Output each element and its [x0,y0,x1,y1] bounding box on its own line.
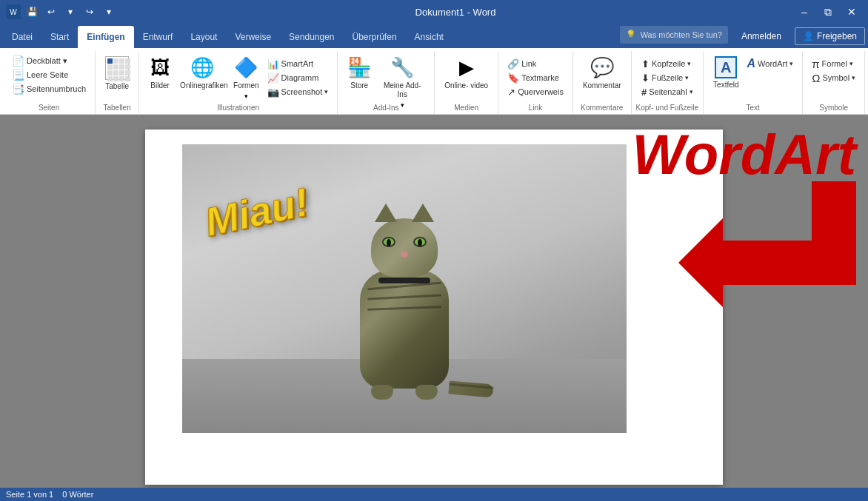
formel-dropdown: ▾ [849,60,853,67]
red-arrow [678,174,868,322]
link-group-label: Link [503,102,568,114]
ribbon-scroll-right[interactable]: ▲ [865,51,868,114]
screenshot-icon: 📷 [267,87,279,98]
close-button[interactable]: ✕ [841,1,862,22]
wordart-dropdown: ▾ [789,60,793,67]
undo-qat-dropdown[interactable]: ▾ [62,4,79,20]
wordart-title: WordArt [632,122,856,186]
smartart-button[interactable]: 📊 SmartArt [264,57,332,70]
ribbon-group-illustrationen: 🖼 Bilder 🌐 Onlinegrafiken 🔷 Formen▾ 📊 Sm… [139,51,338,114]
ribbon-group-symbole: π Formel ▾ Ω Symbol ▾ Symbole [803,51,865,114]
tab-einfuegen[interactable]: Einfügen [78,26,133,48]
tabelle-button[interactable]: Tabelle [101,54,133,98]
diagramm-button[interactable]: 📈 Diagramm [264,71,332,84]
textmarke-button[interactable]: 🔖 Textmarke [504,71,567,84]
leere-seite-icon: 📃 [12,69,24,81]
ribbon-group-kommentare: 💬 Kommentar Kommentare [573,51,632,114]
meine-addins-button[interactable]: 🔧 Meine Add-Ins ▾ [376,54,428,98]
screenshot-button[interactable]: 📷 Screenshot ▾ [264,85,332,98]
link-button[interactable]: 🔗 Link [504,57,567,70]
meine-addins-icon: 🔧 [390,56,414,79]
smartart-icon: 📊 [267,58,279,70]
page-info: Seite 1 von 1 [6,490,53,499]
seitenzahl-button[interactable]: # Seitenzahl ▾ [638,85,696,98]
tab-entwurf[interactable]: Entwurf [134,26,182,48]
ribbon-group-addins: 🏪 Store 🔧 Meine Add-Ins ▾ Add-Ins [338,51,435,114]
tab-start[interactable]: Start [41,26,78,48]
miau-wordart: Miau! [201,178,313,245]
store-button[interactable]: 🏪 Store [344,54,375,98]
illustrationen-group-label: Illustrationen [144,102,333,114]
seitennumbruch-button[interactable]: 📑 Seitennumbruch [9,82,89,95]
kopf-fusszeile-group-label: Kopf- und Fußzeile [636,102,699,114]
window-title: Dokument1 - Word [117,7,794,18]
qat-more-button[interactable]: ▾ [101,4,117,20]
wordart-button[interactable]: A WordArt ▾ [744,57,797,70]
kommentar-button[interactable]: 💬 Kommentar [579,54,625,98]
svg-rect-0 [812,181,856,263]
kommentar-icon: 💬 [590,56,614,79]
search-placeholder: Was möchten Sie tun? [641,30,722,39]
formen-icon: 🔷 [234,56,258,79]
kopfzeile-icon: ⬆ [641,58,650,70]
ribbon-search-box[interactable]: 💡 Was möchten Sie tun? [620,26,728,44]
svg-marker-2 [678,218,723,307]
ribbon-group-link: 🔗 Link 🔖 Textmarke ↗ Querverweis Link [498,51,573,114]
kommentare-group-label: Kommentare [578,102,627,114]
seitenzahl-dropdown: ▾ [690,88,693,95]
freigeben-button[interactable]: 👤 Freigeben [795,27,865,45]
symbol-button[interactable]: Ω Symbol ▾ [809,71,858,84]
minimize-button[interactable]: – [794,1,815,22]
link-icon: 🔗 [507,58,519,70]
ribbon-group-medien: ▶ Online- video Medien [435,51,498,114]
video-icon: ▶ [459,56,474,79]
formel-button[interactable]: π Formel ▾ [809,57,858,70]
fusszeile-button[interactable]: ⬇ Fußzeile ▾ [638,71,696,84]
symbole-group-label: Symbole [807,102,860,114]
bilder-button[interactable]: 🖼 Bilder [145,54,175,98]
kopfzeile-button[interactable]: ⬆ Kopfzeile ▾ [638,57,696,70]
diagramm-icon: 📈 [267,73,279,84]
store-icon: 🏪 [347,56,371,79]
deckblatt-button[interactable]: 📄 Deckblatt ▾ [9,54,89,67]
title-bar-left: W 💾 ↩ ▾ ↪ ▾ [6,4,117,20]
word-count: 0 Wörter [62,490,93,499]
fusszeile-icon: ⬇ [641,73,650,84]
textfeld-button[interactable]: A Textfeld [710,54,742,98]
svg-rect-1 [701,241,856,285]
onlinegrafiken-icon: 🌐 [190,56,214,79]
querverweis-icon: ↗ [507,87,515,98]
seiten-group-label: Seiten [7,102,90,114]
ribbon-content: 📄 Deckblatt ▾ 📃 Leere Seite 📑 Seitennumb… [0,48,868,115]
deckblatt-icon: 📄 [12,55,24,67]
omega-icon: Ω [812,72,820,84]
tab-verweise[interactable]: Verweise [226,26,280,48]
title-bar: W 💾 ↩ ▾ ↪ ▾ Dokument1 - Word – ⧉ ✕ [0,0,868,24]
querverweis-button[interactable]: ↗ Querverweis [504,85,567,98]
deckblatt-dropdown-icon: ▾ [63,56,67,66]
tab-ueberprufen[interactable]: Überprüfen [344,26,406,48]
fusszeile-dropdown: ▾ [685,74,689,81]
medien-group-label: Medien [439,102,493,114]
kopfzeile-dropdown: ▾ [687,60,691,67]
document-area: WordArt [0,115,868,488]
undo-qat-button[interactable]: ↩ [43,4,59,20]
tab-sendungen[interactable]: Sendungen [280,26,343,48]
redo-qat-button[interactable]: ↪ [81,4,98,20]
save-qat-button[interactable]: 💾 [24,4,40,20]
leere-seite-button[interactable]: 📃 Leere Seite [9,68,89,81]
onlinevideo-button[interactable]: ▶ Online- video [441,54,492,98]
tab-datei[interactable]: Datei [3,26,41,48]
seitenzahl-icon: # [641,87,647,98]
restore-button[interactable]: ⧉ [818,1,838,22]
share-icon: 👤 [803,31,814,41]
title-bar-right: – ⧉ ✕ [794,1,862,22]
onlinegrafiken-button[interactable]: 🌐 Onlinegrafiken [176,54,228,98]
tab-layout[interactable]: Layout [181,26,226,48]
anmelden-button[interactable]: Anmelden [734,28,789,44]
tabelle-label: Tabelle [105,82,129,91]
tab-ansicht[interactable]: Ansicht [406,26,453,48]
ribbon-group-tabellen: Tabelle Tabellen [96,51,139,114]
formen-button[interactable]: 🔷 Formen▾ [230,54,262,98]
formen-dropdown: ▾ [244,93,248,100]
